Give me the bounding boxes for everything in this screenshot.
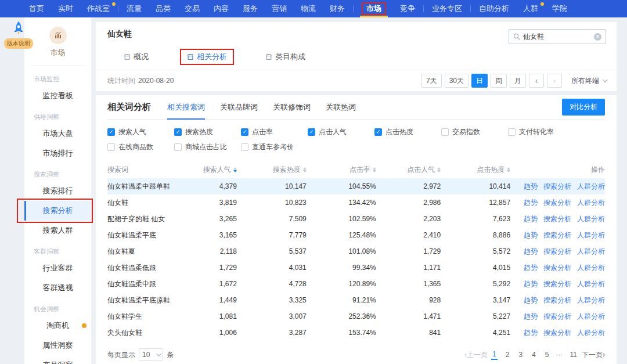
search-analysis-link[interactable]: 搜索分析 (543, 199, 571, 207)
table-row[interactable]: 仙女鞋学生1,0813,007252.36%1,4715,227 趋势搜索分析人… (107, 308, 605, 325)
table-row[interactable]: 仙女鞋温柔低跟1,7294,03199.34%1,1714,015 趋势搜索分析… (107, 260, 605, 276)
search-analysis-link[interactable]: 搜索分析 (543, 215, 571, 223)
trend-link[interactable]: 趋势 (524, 215, 538, 223)
tab-related-search-words[interactable]: 相关搜索词 (167, 95, 205, 120)
nav-item-marketing[interactable]: 营销 (265, 0, 294, 17)
nav-item-self-analysis[interactable]: 自助分析 (472, 0, 516, 17)
audience-analysis-link[interactable]: 人群分析 (577, 247, 605, 255)
table-row[interactable]: 仙女鞋3,81910,823134.42%2,98612,857 趋势搜索分析人… (107, 194, 605, 211)
sidebar-item-market-ranking[interactable]: 市场排行 (24, 143, 91, 163)
checkbox-unchecked-icon[interactable] (508, 128, 516, 136)
table-row[interactable]: 尖头仙女鞋1,0063,287153.74%8414,251 趋势搜索分析人群分… (107, 325, 605, 341)
tab-related-analysis[interactable]: 相关分析 (180, 49, 234, 65)
compare-analysis-button[interactable]: 对比分析 (562, 99, 605, 116)
table-row[interactable]: 配裙子穿的鞋 仙女3,2657,509102.59%2,2037,623 趋势搜… (107, 211, 605, 227)
search-analysis-link[interactable]: 搜索分析 (543, 231, 571, 239)
range-30d-button[interactable]: 30天 (445, 74, 469, 88)
trend-link[interactable]: 趋势 (524, 329, 538, 337)
trend-link[interactable]: 趋势 (524, 280, 538, 288)
search-analysis-link[interactable]: 搜索分析 (543, 247, 571, 255)
tab-brand-words[interactable]: 关联品牌词 (220, 95, 258, 120)
metric-checkbox-trade-index[interactable]: 交易指数 (441, 127, 508, 137)
audience-analysis-link[interactable]: 人群分析 (577, 231, 605, 239)
keyword-search-box[interactable]: ✕ (509, 29, 606, 44)
sidebar-item-search-audience[interactable]: 搜索人群 (24, 221, 91, 240)
range-day-button[interactable]: 日 (471, 74, 488, 88)
metric-checkbox-ctr[interactable]: ✓点击率 (241, 127, 308, 137)
prev-period-button[interactable]: ‹ (529, 74, 544, 88)
table-row[interactable]: 仙女鞋温柔中跟1,6724,728120.89%1,3655,292 趋势搜索分… (107, 276, 605, 292)
table-row[interactable]: 仙女鞋温柔平底3,1657,779125.48%2,4108,886 趋势搜索分… (107, 227, 605, 243)
search-analysis-link[interactable]: 搜索分析 (543, 296, 571, 304)
metric-checkbox-mall-click-share[interactable]: 商城点击占比 (174, 142, 241, 152)
checkbox-checked-icon[interactable]: ✓ (241, 128, 248, 136)
sidebar-item-search-ranking[interactable]: 搜索排行 (24, 181, 91, 201)
search-analysis-link[interactable]: 搜索分析 (543, 182, 571, 190)
trend-link[interactable]: 趋势 (524, 312, 538, 320)
trend-link[interactable]: 趋势 (524, 264, 538, 272)
audience-analysis-link[interactable]: 人群分析 (577, 329, 605, 337)
table-row[interactable]: 仙女鞋温柔平底凉鞋1,4493,32591.21%9283,147 趋势搜索分析… (107, 292, 605, 308)
trend-link[interactable]: 趋势 (524, 247, 538, 255)
sidebar-item-market-overview[interactable]: 市场大盘 (24, 124, 91, 143)
range-week-button[interactable]: 周 (491, 74, 507, 88)
nav-item-home[interactable]: 首页 (22, 0, 51, 17)
trend-link[interactable]: 趋势 (524, 199, 538, 207)
page-4[interactable]: 4 (531, 350, 537, 359)
version-badge[interactable]: 版本说明 (4, 38, 33, 49)
nav-item-trade[interactable]: 交易 (178, 0, 207, 17)
clear-icon[interactable]: ✕ (594, 33, 601, 41)
version-launcher[interactable]: 版本说明 (3, 21, 34, 49)
search-analysis-link[interactable]: 搜索分析 (543, 312, 571, 320)
page-3[interactable]: 3 (517, 350, 524, 359)
sidebar-item-audience-insight[interactable]: 客群透视 (24, 278, 91, 298)
next-period-button[interactable]: › (547, 74, 562, 88)
tab-overview[interactable]: 概况 (117, 49, 156, 65)
page-2[interactable]: 2 (505, 350, 511, 359)
checkbox-checked-icon[interactable]: ✓ (174, 128, 182, 136)
sidebar-item-attribute-insight[interactable]: 属性洞察 (24, 336, 91, 355)
nav-item-business-zone[interactable]: 业务专区 (425, 0, 469, 17)
page-5[interactable]: 5 (544, 350, 550, 359)
nav-item-logistics[interactable]: 物流 (294, 0, 323, 17)
nav-item-traffic[interactable]: 流量 (120, 0, 149, 17)
nav-item-audience[interactable]: 人群 (516, 0, 545, 17)
terminal-filter-dropdown[interactable]: 所有终端 (571, 76, 606, 86)
metric-checkbox-online-products[interactable]: 在线商品数 (107, 142, 174, 152)
page-11[interactable]: 11 (569, 350, 578, 359)
checkbox-unchecked-icon[interactable] (107, 143, 115, 151)
nav-item-content[interactable]: 内容 (207, 0, 236, 17)
audience-analysis-link[interactable]: 人群分析 (577, 215, 605, 223)
col-click-heat[interactable]: 点击热度 (441, 165, 510, 175)
col-search-heat[interactable]: 搜索热度 (237, 165, 307, 175)
metric-checkbox-pay-conversion[interactable]: 支付转化率 (508, 127, 575, 137)
audience-analysis-link[interactable]: 人群分析 (577, 182, 605, 190)
audience-analysis-link[interactable]: 人群分析 (577, 280, 605, 288)
audience-analysis-link[interactable]: 人群分析 (577, 296, 605, 304)
col-ctr[interactable]: 点击率 (307, 165, 376, 175)
sidebar-item-search-analysis[interactable]: 搜索分析 (24, 201, 91, 221)
next-page-button[interactable]: 下一页› (582, 350, 605, 360)
tab-hot-words[interactable]: 关联热词 (326, 95, 356, 120)
page-1[interactable]: 1 (491, 349, 498, 360)
metric-checkbox-search-popularity[interactable]: ✓搜索人气 (107, 127, 174, 137)
trend-link[interactable]: 趋势 (524, 231, 538, 239)
sidebar-item-monitor-board[interactable]: 监控看板 (24, 86, 91, 106)
checkbox-checked-icon[interactable]: ✓ (308, 128, 315, 136)
checkbox-unchecked-icon[interactable] (174, 143, 182, 151)
search-analysis-link[interactable]: 搜索分析 (543, 280, 571, 288)
search-analysis-link[interactable]: 搜索分析 (543, 264, 571, 272)
nav-item-service[interactable]: 服务 (236, 0, 265, 17)
metric-checkbox-ztc-price[interactable]: 直通车参考价 (241, 142, 308, 152)
metric-checkbox-click-heat[interactable]: ✓点击热度 (374, 127, 441, 137)
tab-modifier-words[interactable]: 关联修饰词 (273, 95, 311, 120)
checkbox-unchecked-icon[interactable] (441, 128, 449, 136)
trend-link[interactable]: 趋势 (524, 296, 538, 304)
nav-item-realtime[interactable]: 实时 (51, 0, 80, 17)
sidebar-item-industry-audience[interactable]: 行业客群 (24, 258, 91, 278)
audience-analysis-link[interactable]: 人群分析 (577, 312, 605, 320)
checkbox-unchecked-icon[interactable] (241, 143, 248, 151)
metric-checkbox-search-heat[interactable]: ✓搜索热度 (174, 127, 241, 137)
table-row[interactable]: 仙女鞋夏2,1185,537101.08%1,7295,572 趋势搜索分析人群… (107, 243, 605, 260)
tab-category-composition[interactable]: 类目构成 (258, 49, 312, 65)
